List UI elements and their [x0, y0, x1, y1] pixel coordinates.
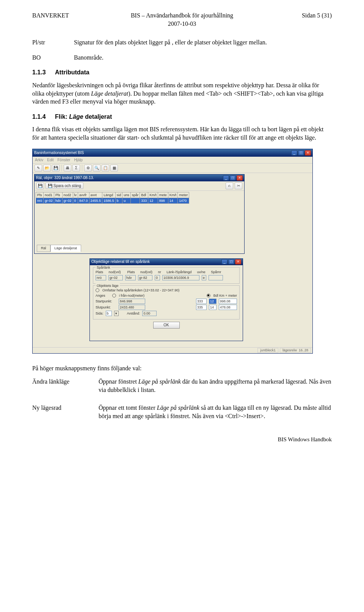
- menu-item[interactable]: Hjälp: [74, 157, 83, 163]
- minimize-button[interactable]: _: [291, 150, 297, 156]
- bis-app-window: Baninformationssystemet BIS _ □ × Arkiv …: [32, 149, 313, 354]
- tool-icon[interactable]: ▦: [110, 165, 118, 171]
- menu-item[interactable]: Arkiv: [35, 157, 43, 163]
- lbl-nr: nr: [158, 270, 161, 274]
- section-113-heading: 1.1.3 Attributdata: [32, 68, 332, 77]
- objektlage-dialog: Objektläge relaterat till en spårlänk _ …: [89, 258, 243, 341]
- lbl-nod: nod(vxl): [140, 270, 152, 274]
- save-close-label: Spara och stäng: [53, 183, 81, 189]
- maximize-button[interactable]: □: [228, 259, 234, 264]
- slut-km[interactable]: 14: [209, 305, 217, 310]
- objlage-fieldset: Objektets läge Omfattar hela spårlänkden…: [93, 285, 240, 319]
- section-114-body: I denna flik visas ett objekts samtliga …: [32, 125, 332, 142]
- lbl-langd: Länk-/Spårlängd: [166, 270, 191, 274]
- header-page: Sidan 5 (31): [264, 11, 332, 28]
- start-bdl[interactable]: 333: [196, 299, 207, 304]
- menu-term: Ny lägesrad: [32, 404, 99, 420]
- grid-row-selected[interactable]: nrögr-02 hdvgr-02 0847.0 2455.51586.5 bu…: [36, 198, 189, 203]
- tool-icon[interactable]: ⚙: [84, 165, 92, 171]
- dropdown-icon[interactable]: ▾: [114, 311, 119, 316]
- start-km[interactable]: 12: [209, 299, 217, 304]
- inp-plats1[interactable]: nrö: [96, 275, 106, 280]
- section-title-italic: Läge: [69, 113, 83, 120]
- slut-bdl[interactable]: 335: [196, 305, 207, 310]
- def-term: Pl/str: [32, 38, 74, 47]
- tab-ral[interactable]: Räl: [37, 245, 50, 252]
- menu-intro: På höger musknappsmeny finns följande va…: [32, 364, 332, 373]
- section-114-heading: 1.1.4 Flik: Läge detaljerat: [32, 113, 332, 121]
- lbl-nod: nod(vxl): [109, 270, 121, 274]
- inp-nod1[interactable]: gr-02: [108, 275, 123, 280]
- save-close-button[interactable]: 💾 Spara och stäng: [46, 182, 83, 189]
- child-tabs: Räl Läge detaljerat: [37, 245, 81, 252]
- slut-meter[interactable]: 478.08: [219, 305, 237, 310]
- app-toolbar: ✎ 📂 💾 🖶 Σ ⚙ 🔍 📋 ▦: [33, 164, 312, 173]
- section-title-post: detaljerat: [83, 113, 112, 120]
- section-title: Flik: Läge detaljerat: [55, 113, 112, 121]
- anges-label: Anges: [96, 293, 110, 298]
- section-113-body: Nedanför lägesbeskrivningen och på övrig…: [32, 81, 332, 106]
- radio-frannod-label: i från-nod(meter): [119, 293, 144, 298]
- lbl-plats: Plats: [127, 270, 135, 274]
- close-button[interactable]: ×: [235, 259, 241, 264]
- radio-bdl-label: Bdl Km + meter: [213, 293, 237, 298]
- inp-sparnr[interactable]: [209, 275, 223, 280]
- def-desc: Signatur för den plats objektet ligger p…: [74, 38, 332, 47]
- definitions-list: Pl/str Signatur för den plats objektet l…: [32, 38, 332, 61]
- grid-header-row: Plsnod1 Plsnod2 lvavvfr avvtLängd siduns…: [36, 192, 189, 198]
- radio-frannod[interactable]: [112, 294, 116, 297]
- menu-item[interactable]: Edit: [47, 157, 53, 163]
- inp-langd[interactable]: 10306.9/10306.9: [162, 275, 199, 280]
- minimize-button[interactable]: _: [221, 259, 228, 264]
- start-meter[interactable]: 998.08: [219, 299, 237, 304]
- startpunkt-value[interactable]: 846.998: [119, 299, 145, 304]
- status-bar: juntbleck1 lägesrelw 16..28: [33, 347, 312, 353]
- child-title: Räl, objnr: 320 ändrat 1997-08-13.: [36, 175, 94, 181]
- lbl-plats: Plats: [96, 270, 103, 274]
- page-footer: BIS Windows Handbok: [32, 436, 332, 443]
- section-title-pre: Flik:: [55, 113, 69, 120]
- tool-icon[interactable]: 🔍: [93, 165, 100, 171]
- minimize-button[interactable]: _: [223, 175, 229, 181]
- radio-omfattar[interactable]: [96, 288, 99, 292]
- close-button[interactable]: ×: [237, 175, 243, 181]
- sida-value[interactable]: b: [106, 311, 112, 316]
- save-icon[interactable]: 💾: [52, 165, 60, 171]
- tool-icon[interactable]: ⎌: [226, 182, 233, 189]
- open-icon[interactable]: 📂: [43, 165, 51, 171]
- maximize-button[interactable]: □: [230, 175, 236, 181]
- startpunkt-label: Startpunkt:: [96, 299, 116, 304]
- tab-lage-detaljerat[interactable]: Läge detaljerat: [50, 245, 82, 252]
- status-left: juntbleck1: [257, 348, 278, 353]
- lage-grid[interactable]: Plsnod1 Plsnod2 lvavvfr avvtLängd siduns…: [36, 192, 243, 204]
- app-title: Baninformationssystemet BIS: [34, 150, 84, 156]
- menu-item[interactable]: Fönster: [57, 157, 70, 163]
- avstand-label: Avstånd:: [127, 311, 140, 316]
- inp-plats2[interactable]: hdv: [125, 275, 136, 280]
- close-button[interactable]: ×: [305, 150, 311, 156]
- ok-button[interactable]: OK: [153, 322, 180, 329]
- inp-nod2[interactable]: gr-82: [138, 275, 152, 280]
- inp-uvne[interactable]: e: [202, 275, 206, 280]
- print-icon[interactable]: 🖶: [64, 165, 71, 171]
- pencil-icon[interactable]: ✎: [35, 165, 42, 171]
- menu-desc: Öppnar fönstret Läge på spårlänk där du …: [99, 378, 332, 394]
- slutpunkt-label: Slutpunkt:: [96, 305, 116, 310]
- tool-icon[interactable]: 📋: [102, 165, 109, 171]
- page-header: BANVERKET BIS – Användarhandbok för ajou…: [32, 11, 332, 28]
- sparlank-fieldset: Spårlänk Plats nod(vxl) Plats nod(vxl) n…: [93, 267, 240, 284]
- header-title: BIS – Användarhandbok för ajourhållning: [100, 11, 264, 20]
- header-date: 2007-10-03: [100, 20, 264, 28]
- slutpunkt-value[interactable]: 2433.480: [119, 305, 145, 310]
- avstand-value[interactable]: 0.00: [142, 311, 157, 316]
- sparlank-legend: Spårlänk: [96, 265, 111, 270]
- child-toolbar: 💾 💾 Spara och stäng ⎌ ✂: [35, 181, 244, 191]
- sigma-icon[interactable]: Σ: [72, 165, 80, 171]
- lbl-uvne: uv/ne: [197, 270, 206, 274]
- disk-icon: 💾: [48, 183, 52, 189]
- inp-nr[interactable]: 0: [155, 275, 160, 280]
- radio-bdl[interactable]: [207, 294, 210, 297]
- tool-icon[interactable]: ✂: [235, 182, 242, 189]
- save-icon[interactable]: 💾: [36, 182, 44, 189]
- maximize-button[interactable]: □: [298, 150, 304, 156]
